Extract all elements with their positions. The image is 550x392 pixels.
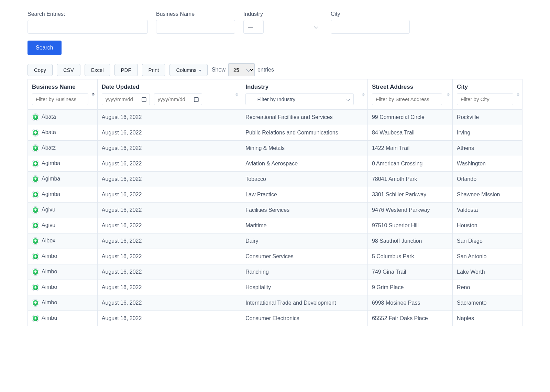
- cell-city: Naples: [453, 311, 522, 326]
- filter-street-input[interactable]: [372, 93, 442, 105]
- cell-industry: Tobacco: [241, 172, 368, 187]
- cell-street: 1422 Main Trail: [367, 141, 452, 156]
- cell-street: 749 Gina Trail: [367, 264, 452, 280]
- cell-city: Lake Worth: [453, 264, 522, 280]
- search-city-label: City: [331, 11, 410, 17]
- expand-row-icon[interactable]: [32, 253, 39, 260]
- col-header-industry[interactable]: Industry — Filter by Industry —: [241, 79, 368, 110]
- cell-industry: Facilities Services: [241, 203, 368, 218]
- cell-street: 5 Columbus Park: [367, 249, 452, 264]
- search-city-field: City: [331, 11, 410, 34]
- cell-industry: Public Relations and Communications: [241, 125, 368, 141]
- cell-name: Agimba: [42, 176, 60, 182]
- expand-row-icon[interactable]: [32, 222, 39, 229]
- col-title-city: City: [457, 84, 518, 90]
- sort-indicator-icon: [362, 92, 365, 96]
- cell-date: August 16, 2022: [97, 218, 241, 233]
- table-row: AbataAugust 16, 2022Recreational Facilit…: [28, 110, 522, 125]
- cell-street: 9476 Westend Parkway: [367, 203, 452, 218]
- expand-row-icon[interactable]: [32, 238, 39, 244]
- expand-row-icon[interactable]: [32, 315, 39, 322]
- cell-city: Sacramento: [453, 295, 522, 311]
- search-entries-field: Search Entries:: [28, 11, 148, 34]
- cell-industry: Consumer Electronics: [241, 311, 368, 326]
- expand-row-icon[interactable]: [32, 300, 39, 306]
- expand-row-icon[interactable]: [32, 160, 39, 167]
- col-header-city[interactable]: City: [453, 79, 522, 110]
- col-title-industry: Industry: [245, 84, 363, 90]
- expand-row-icon[interactable]: [32, 114, 39, 121]
- cell-street: 99 Commercial Circle: [367, 110, 452, 125]
- cell-name: Agimba: [42, 160, 60, 166]
- print-button[interactable]: Print: [142, 64, 166, 76]
- expand-row-icon[interactable]: [32, 191, 39, 198]
- search-city-input[interactable]: [331, 20, 410, 34]
- search-entries-label: Search Entries:: [28, 11, 148, 17]
- entries-label: entries: [257, 67, 274, 73]
- expand-row-icon[interactable]: [32, 145, 39, 152]
- filter-industry-select[interactable]: — Filter by Industry —: [245, 93, 354, 105]
- cell-city: Washington: [453, 156, 522, 172]
- cell-city: Shawnee Mission: [453, 187, 522, 203]
- cell-street: 97510 Superior Hill: [367, 218, 452, 233]
- cell-industry: Aviation & Aerospace: [241, 156, 368, 172]
- cell-city: Reno: [453, 280, 522, 295]
- sort-indicator-icon: [517, 92, 519, 96]
- cell-city: Orlando: [453, 172, 522, 187]
- cell-street: 9 Grim Place: [367, 280, 452, 295]
- page-length: Show 25 entries: [212, 63, 274, 76]
- cell-street: 3301 Schiller Parkway: [367, 187, 452, 203]
- filter-date-from-input[interactable]: [102, 93, 150, 105]
- search-business-label: Business Name: [156, 11, 235, 17]
- table-row: AimboAugust 16, 2022Consumer Services5 C…: [28, 249, 522, 264]
- sort-indicator-icon: [235, 92, 238, 96]
- cell-date: August 16, 2022: [97, 203, 241, 218]
- export-toolbar: Copy CSV Excel PDF Print Columns Show 25…: [28, 63, 522, 76]
- cell-name: Abatz: [42, 145, 56, 151]
- pdf-button[interactable]: PDF: [114, 64, 138, 76]
- filter-date-to-input[interactable]: [154, 93, 202, 105]
- cell-industry: Dairy: [241, 233, 368, 249]
- filter-city-input[interactable]: [457, 93, 513, 105]
- search-panel: Search Entries: Business Name Industry —…: [28, 11, 522, 34]
- expand-row-icon[interactable]: [32, 129, 39, 136]
- cell-date: August 16, 2022: [97, 187, 241, 203]
- search-entries-input[interactable]: [28, 20, 148, 34]
- table-row: AimboAugust 16, 2022Hospitality9 Grim Pl…: [28, 280, 522, 295]
- table-row: AimboAugust 16, 2022Ranching749 Gina Tra…: [28, 264, 522, 280]
- expand-row-icon[interactable]: [32, 176, 39, 183]
- col-header-date[interactable]: Date Updated: [97, 79, 241, 110]
- cell-date: August 16, 2022: [97, 172, 241, 187]
- table-row: AbataAugust 16, 2022Public Relations and…: [28, 125, 522, 141]
- col-header-street[interactable]: Street Address: [367, 79, 452, 110]
- expand-row-icon[interactable]: [32, 207, 39, 214]
- col-header-name[interactable]: Business Name: [28, 79, 98, 110]
- cell-date: August 16, 2022: [97, 110, 241, 125]
- cell-street: 98 Sauthoff Junction: [367, 233, 452, 249]
- filter-name-input[interactable]: [32, 93, 88, 105]
- search-button[interactable]: Search: [28, 41, 62, 55]
- csv-button[interactable]: CSV: [57, 64, 80, 76]
- cell-date: August 16, 2022: [97, 233, 241, 249]
- cell-name: Aibox: [42, 238, 55, 243]
- search-business-input[interactable]: [156, 20, 235, 34]
- table-row: AgimbaAugust 16, 2022Law Practice3301 Sc…: [28, 187, 522, 203]
- show-label: Show: [212, 67, 226, 73]
- page-length-select[interactable]: 25: [228, 63, 255, 76]
- cell-date: August 16, 2022: [97, 264, 241, 280]
- expand-row-icon[interactable]: [32, 269, 39, 275]
- copy-button[interactable]: Copy: [28, 64, 53, 76]
- search-industry-field: Industry —: [243, 11, 322, 34]
- cell-date: August 16, 2022: [97, 311, 241, 326]
- col-title-name: Business Name: [32, 84, 93, 90]
- search-business-field: Business Name: [156, 11, 235, 34]
- cell-industry: Ranching: [241, 264, 368, 280]
- search-industry-select[interactable]: —: [243, 20, 264, 34]
- excel-button[interactable]: Excel: [85, 64, 110, 76]
- table-row: AgivuAugust 16, 2022Facilities Services9…: [28, 203, 522, 218]
- columns-button[interactable]: Columns: [169, 64, 208, 76]
- search-industry-label: Industry: [243, 11, 322, 17]
- expand-row-icon[interactable]: [32, 284, 39, 291]
- sort-indicator-icon: [447, 92, 450, 96]
- cell-date: August 16, 2022: [97, 249, 241, 264]
